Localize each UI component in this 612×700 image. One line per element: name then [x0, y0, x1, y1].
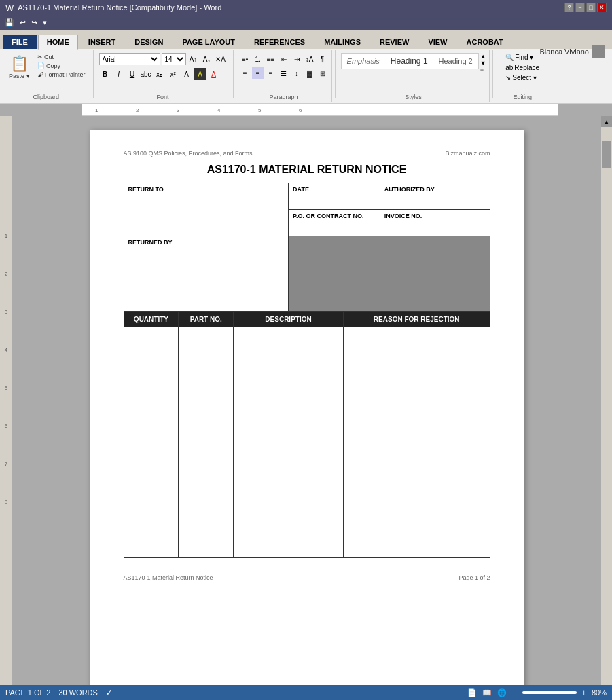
styles-group-content: Emphasis Heading 1 Heading 2 ▲ ▼ ≡ — [341, 52, 486, 92]
table-header-row: QUANTITY PART NO. DESCRIPTION REASON FOR… — [124, 312, 490, 327]
tab-review[interactable]: REVIEW — [371, 35, 418, 49]
v-ruler-mark-5: 5 — [0, 384, 12, 422]
multi-level-button[interactable]: ≡≡ — [265, 53, 277, 65]
tab-references[interactable]: REFERENCES — [245, 35, 314, 49]
bold-button[interactable]: B — [99, 68, 111, 80]
svg-text:4: 4 — [217, 107, 221, 113]
numbering-button[interactable]: 1. — [252, 53, 264, 65]
undo-qat-button[interactable]: ↩ — [18, 18, 28, 28]
sep2 — [233, 50, 234, 98]
style-h2[interactable]: Heading 2 — [435, 56, 477, 67]
redo-qat-button[interactable]: ↪ — [29, 18, 39, 28]
more-qat-button[interactable]: ▾ — [41, 18, 49, 28]
font-size-select[interactable]: 14 — [162, 53, 186, 65]
view-reading-button[interactable]: 📖 — [482, 688, 492, 697]
shading-button[interactable]: ▓ — [304, 67, 316, 79]
zoom-slider[interactable] — [522, 691, 577, 694]
returned-by-cell: RETURNED BY — [124, 236, 289, 312]
date-value[interactable] — [293, 194, 376, 206]
po-contract-value[interactable] — [293, 221, 376, 233]
scroll-track[interactable] — [601, 127, 612, 700]
minimize-button[interactable]: − — [575, 3, 585, 12]
tab-insert[interactable]: INSERT — [79, 35, 124, 49]
font-row-2: B I U abc x₂ x² A A A — [99, 68, 220, 80]
styles-more-button[interactable]: ≡ — [480, 67, 486, 73]
text-effects-button[interactable]: A — [181, 68, 193, 80]
justify-button[interactable]: ☰ — [278, 67, 290, 79]
returned-by-label: RETURNED BY — [128, 239, 285, 246]
sep3 — [335, 50, 336, 98]
increase-indent-button[interactable]: ⇥ — [291, 53, 303, 65]
tab-design[interactable]: DESIGN — [126, 35, 172, 49]
superscript-button[interactable]: x² — [167, 68, 179, 80]
align-right-button[interactable]: ≡ — [265, 67, 277, 79]
shrink-font-button[interactable]: A↓ — [201, 53, 213, 65]
return-to-cell: RETURN TO — [124, 183, 289, 236]
page-info: PAGE 1 OF 2 — [5, 688, 50, 697]
maximize-button[interactable]: □ — [586, 3, 596, 12]
return-to-value[interactable] — [128, 194, 285, 206]
cut-button[interactable]: ✂ Cut — [36, 53, 87, 61]
align-left-button[interactable]: ≡ — [239, 67, 251, 79]
paste-button[interactable]: 📋 Paste ▾ — [5, 53, 33, 81]
tab-page-layout[interactable]: PAGE LAYOUT — [173, 35, 244, 49]
styles-label: Styles — [405, 92, 422, 100]
underline-button[interactable]: U — [126, 68, 139, 80]
select-button[interactable]: ↘ Select ▾ — [503, 73, 539, 82]
tab-acrobat[interactable]: ACROBAT — [458, 35, 512, 49]
reason-cell[interactable] — [343, 327, 490, 558]
returned-by-value[interactable] — [128, 247, 285, 288]
para-row-2: ≡ ≡ ≡ ☰ ↕ ▓ ⊞ — [239, 67, 329, 79]
v-ruler-mark-4: 4 — [0, 346, 12, 384]
scroll-thumb[interactable] — [602, 141, 611, 168]
line-spacing-button[interactable]: ↕ — [291, 67, 303, 79]
sort-button[interactable]: ↕A — [304, 53, 316, 65]
subscript-button[interactable]: x₂ — [154, 68, 166, 80]
tab-mailings[interactable]: MAILINGS — [315, 35, 370, 49]
close-button[interactable]: ✕ — [597, 3, 607, 12]
view-web-button[interactable]: 🌐 — [497, 688, 507, 697]
view-normal-button[interactable]: 📄 — [467, 688, 477, 697]
quantity-cell[interactable] — [124, 327, 179, 558]
strikethrough-button[interactable]: abc — [140, 68, 152, 80]
styles-down-button[interactable]: ▼ — [480, 60, 486, 67]
decrease-indent-button[interactable]: ⇤ — [278, 53, 290, 65]
align-center-button[interactable]: ≡ — [252, 67, 264, 79]
v-ruler-mark-3: 3 — [0, 308, 12, 346]
zoom-out-button[interactable]: − — [512, 688, 516, 697]
quantity-header: QUANTITY — [124, 312, 179, 327]
word-count: 30 WORDS — [58, 688, 97, 697]
replace-button[interactable]: ab Replace — [503, 63, 542, 72]
description-cell[interactable] — [234, 327, 344, 558]
clear-format-button[interactable]: ✕A — [215, 53, 227, 65]
font-color-button[interactable]: A — [208, 68, 220, 80]
zoom-in-button[interactable]: + — [582, 688, 586, 697]
scroll-up-button[interactable]: ▲ — [601, 116, 612, 127]
copy-button[interactable]: 📄 Copy — [36, 62, 87, 70]
find-button[interactable]: 🔍 Find ▾ — [503, 53, 535, 62]
format-painter-button[interactable]: 🖌 Format Painter — [36, 71, 87, 79]
invoice-value[interactable] — [384, 221, 486, 233]
grow-font-button[interactable]: A↑ — [187, 53, 200, 65]
tab-file[interactable]: FILE — [3, 35, 37, 49]
text-highlight-button[interactable]: A — [194, 68, 206, 80]
italic-button[interactable]: I — [113, 68, 125, 80]
save-qat-button[interactable]: 💾 — [3, 18, 16, 28]
styles-up-button[interactable]: ▲ — [480, 53, 486, 60]
tab-home[interactable]: HOME — [38, 35, 78, 50]
table-data-row — [124, 327, 490, 558]
authorized-by-value[interactable] — [384, 194, 486, 206]
po-contract-label: P.O. OR CONTRACT NO. — [293, 213, 376, 219]
svg-text:6: 6 — [299, 107, 302, 113]
help-button[interactable]: ? — [564, 3, 574, 12]
part-no-cell[interactable] — [179, 327, 234, 558]
show-marks-button[interactable]: ¶ — [317, 53, 329, 65]
ribbon-tabs: FILE HOME INSERT DESIGN PAGE LAYOUT REFE… — [0, 30, 612, 49]
tab-view[interactable]: VIEW — [419, 35, 456, 49]
borders-button[interactable]: ⊞ — [317, 67, 329, 79]
bullets-button[interactable]: ≡• — [239, 53, 251, 65]
font-name-select[interactable]: Arial — [99, 53, 160, 65]
status-bar: PAGE 1 OF 2 30 WORDS ✓ 📄 📖 🌐 − + 80% — [0, 685, 612, 700]
style-h1[interactable]: Heading 1 — [386, 55, 432, 67]
style-emphasis[interactable]: Emphasis — [343, 56, 384, 67]
